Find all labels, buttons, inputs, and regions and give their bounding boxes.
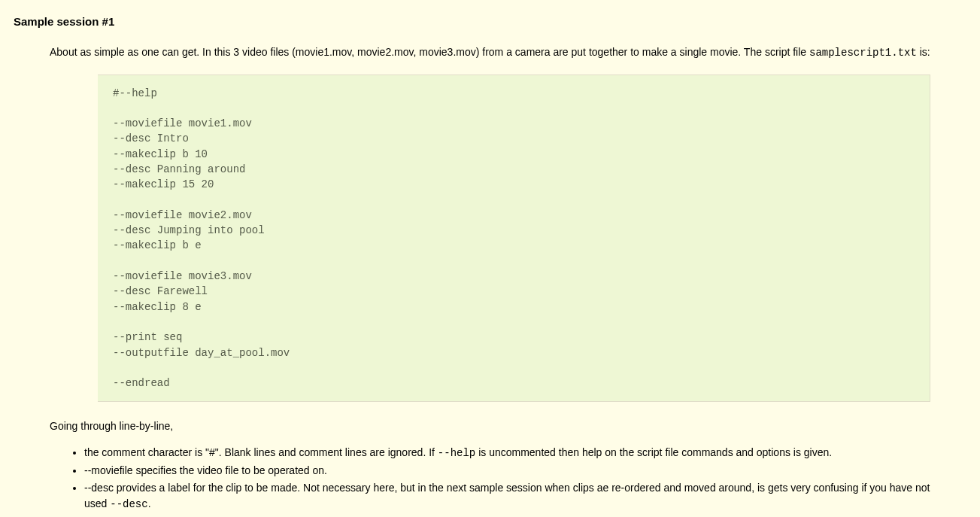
- list-item: --desc provides a label for the clip to …: [84, 480, 953, 512]
- line-by-line-label: Going through line-by-line,: [50, 418, 966, 434]
- list-item: --moviefile specifies the video file to …: [84, 463, 953, 479]
- bullet-text: the comment character is "#". Blank line…: [84, 446, 438, 458]
- script-code-block: #--help --moviefile movie1.mov --desc In…: [98, 75, 930, 403]
- intro-text-after: is:: [917, 46, 930, 58]
- bullet-text: is uncommented then help on the script f…: [475, 446, 832, 458]
- notes-list: the comment character is "#". Blank line…: [66, 445, 953, 512]
- intro-text-before: About as simple as one can get. In this …: [50, 46, 809, 58]
- bullet-text: --desc provides a label for the clip to …: [84, 482, 930, 509]
- script-filename: samplescript1.txt: [809, 47, 917, 59]
- intro-paragraph: About as simple as one can get. In this …: [50, 44, 953, 61]
- inline-code: --desc: [110, 498, 147, 510]
- bullet-text: .: [148, 497, 151, 509]
- bullet-text: --moviefile specifies the video file to …: [84, 464, 327, 476]
- list-item: the comment character is "#". Blank line…: [84, 445, 953, 461]
- section-heading: Sample session #1: [14, 14, 966, 31]
- inline-code: --help: [438, 447, 475, 459]
